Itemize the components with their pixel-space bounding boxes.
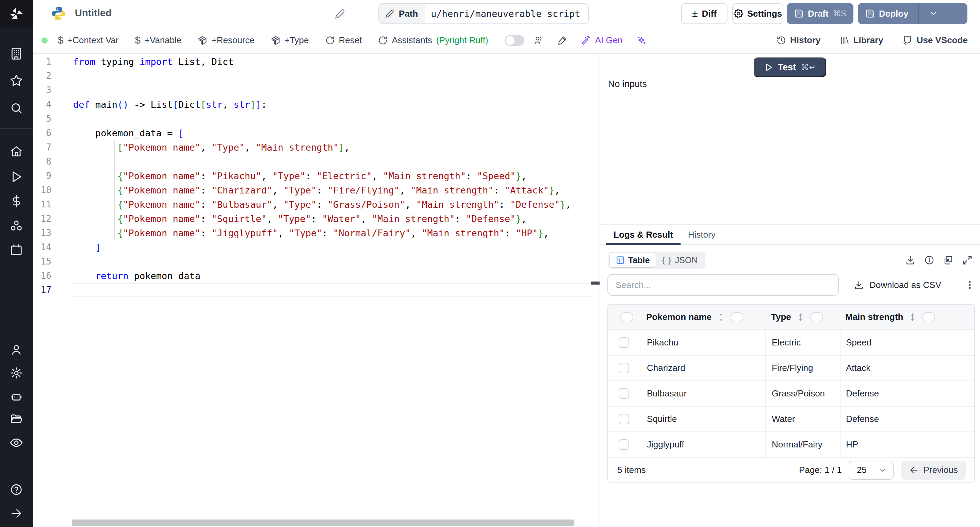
code-line[interactable]: 17 — [33, 283, 600, 297]
select-all-toggle[interactable] — [620, 312, 633, 322]
code-editor[interactable]: 1from typing import List, Dict234def mai… — [33, 54, 600, 527]
code-line[interactable]: 5 — [33, 111, 600, 126]
test-shortcut: ⌘↵ — [801, 63, 816, 72]
view-table-option[interactable]: Table — [610, 253, 656, 267]
ai-gen-button[interactable]: AI Gen — [581, 35, 623, 46]
draft-button[interactable]: Draft ⌘S — [787, 3, 853, 24]
sidebar-divider — [0, 128, 33, 129]
code-line[interactable]: 11 {"Pokemon name": "Bulbasaur", "Type":… — [33, 197, 600, 211]
table-cell: Attack — [846, 363, 870, 373]
multiplayer-toggle[interactable] — [504, 35, 524, 46]
add-variable-button[interactable]: $ +Variable — [135, 35, 182, 46]
table-menu-kebab-icon[interactable] — [965, 280, 975, 290]
code-line[interactable]: 6 pokemon_data = [ — [33, 126, 600, 140]
row-checkbox[interactable] — [619, 388, 629, 399]
expand-result-icon[interactable] — [962, 255, 972, 265]
view-json-option[interactable]: { } JSON — [656, 253, 704, 267]
line-number: 2 — [33, 71, 51, 81]
settings-button[interactable]: Settings — [732, 3, 783, 24]
deploy-button[interactable]: Deploy — [858, 3, 967, 24]
format-brush-button[interactable] — [557, 35, 567, 46]
copy-result-icon[interactable] — [943, 255, 953, 265]
row-checkbox[interactable] — [619, 414, 629, 424]
ai-gen-label: AI Gen — [595, 35, 623, 46]
info-icon[interactable] — [924, 255, 934, 265]
folders-icon[interactable] — [9, 412, 24, 427]
path-field[interactable]: Path u/henri/maneuverable_script — [379, 3, 589, 24]
download-result-icon[interactable] — [905, 255, 915, 265]
row-checkbox[interactable] — [619, 337, 629, 348]
editor-horizontal-scrollbar[interactable] — [72, 519, 574, 526]
resources-icon[interactable] — [9, 219, 24, 233]
code-line[interactable]: 3 — [33, 83, 600, 97]
code-line[interactable]: 16 return pokemon_data — [33, 268, 600, 283]
library-button[interactable]: Library — [840, 35, 883, 46]
column-pin-toggle[interactable] — [810, 312, 823, 322]
code-line[interactable]: 13 {"Pokemon name": "Jigglypuff", "Type"… — [33, 226, 600, 240]
page-size-select[interactable]: 25 — [849, 461, 894, 480]
row-checkbox[interactable] — [619, 363, 629, 373]
column-header-main-strength[interactable]: Main strength — [845, 312, 903, 322]
code-line[interactable]: 4def main() -> List[Dict[str, str]]: — [33, 97, 600, 111]
add-type-button[interactable]: +Type — [271, 35, 309, 46]
code-text: pokemon_data = [ — [51, 128, 184, 138]
help-icon[interactable] — [9, 482, 24, 497]
workers-bot-icon[interactable] — [9, 389, 24, 404]
home-icon[interactable] — [9, 144, 24, 159]
table-row[interactable]: SquirtleWaterDefense — [608, 406, 974, 432]
ai-sparkles-button[interactable] — [636, 35, 646, 46]
code-line[interactable]: 10 {"Pokemon name": "Charizard", "Type":… — [33, 183, 600, 197]
app-sidebar — [0, 0, 33, 527]
code-line[interactable]: 2 — [33, 69, 600, 83]
column-header-type[interactable]: Type — [771, 312, 791, 322]
runs-icon[interactable] — [9, 169, 24, 184]
table-row[interactable]: JigglypuffNormal/FairyHP — [608, 432, 974, 458]
workspace-icon[interactable] — [9, 46, 24, 61]
reset-button[interactable]: Reset — [325, 35, 362, 46]
variables-icon[interactable] — [9, 194, 24, 209]
tab-history[interactable]: History — [681, 225, 723, 244]
code-line[interactable]: 8 — [33, 154, 600, 169]
favorites-star-icon[interactable] — [9, 73, 24, 88]
previous-page-button[interactable]: Previous — [901, 461, 966, 480]
row-checkbox[interactable] — [619, 439, 629, 450]
code-line[interactable]: 14 ] — [33, 240, 600, 254]
code-line[interactable]: 12 {"Pokemon name": "Squirtle", "Type": … — [33, 211, 600, 226]
table-row[interactable]: PikachuElectricSpeed — [608, 330, 974, 356]
history-button[interactable]: History — [776, 35, 821, 46]
table-cell: Squirtle — [647, 414, 677, 424]
tab-logs-result[interactable]: Logs & Result — [606, 225, 681, 244]
schedules-icon[interactable] — [9, 243, 24, 257]
deploy-dropdown-chevron-icon[interactable] — [923, 9, 944, 18]
diff-button[interactable]: ± Diff — [681, 3, 727, 24]
download-csv-button[interactable]: Download as CSV — [854, 280, 941, 290]
code-line[interactable]: 1from typing import List, Dict — [33, 54, 600, 69]
sort-icon[interactable] — [717, 313, 725, 322]
assistants-button[interactable]: Assistants (Pyright Ruff) — [378, 35, 488, 46]
use-vscode-button[interactable]: Use VScode — [902, 35, 968, 46]
code-line[interactable]: 7 ["Pokemon name", "Type", "Main strengt… — [33, 140, 600, 154]
table-row[interactable]: BulbasaurGrass/PoisonDefense — [608, 381, 974, 406]
code-line[interactable]: 15 — [33, 254, 600, 268]
column-pin-toggle[interactable] — [730, 312, 743, 322]
table-row[interactable]: CharizardFire/FlyingAttack — [608, 356, 974, 381]
column-pin-toggle[interactable] — [922, 312, 935, 322]
column-header-pokemon-name[interactable]: Pokemon name — [646, 312, 711, 322]
path-value[interactable]: u/henri/maneuverable_script — [425, 4, 588, 24]
audit-eye-icon[interactable] — [9, 435, 24, 450]
sort-icon[interactable] — [908, 313, 917, 322]
result-action-icons — [905, 255, 972, 265]
code-line[interactable]: 9 {"Pokemon name": "Pikachu", "Type": "E… — [33, 169, 600, 183]
windmill-logo[interactable] — [0, 0, 33, 27]
result-search-input[interactable] — [608, 274, 839, 296]
add-context-var-button[interactable]: $ +Context Var — [58, 35, 119, 46]
add-resource-button[interactable]: +Resource — [198, 35, 254, 46]
search-icon[interactable] — [9, 101, 24, 116]
expand-sidebar-arrow-icon[interactable] — [9, 506, 24, 521]
users-icon[interactable] — [9, 342, 24, 357]
test-run-button[interactable]: Test ⌘↵ — [754, 57, 826, 77]
settings-gear-icon[interactable] — [9, 365, 24, 381]
code-text: {"Pokemon name": "Bulbasaur", "Type": "G… — [51, 199, 571, 210]
edit-title-pencil-icon[interactable] — [335, 9, 345, 19]
sort-icon[interactable] — [797, 313, 805, 322]
